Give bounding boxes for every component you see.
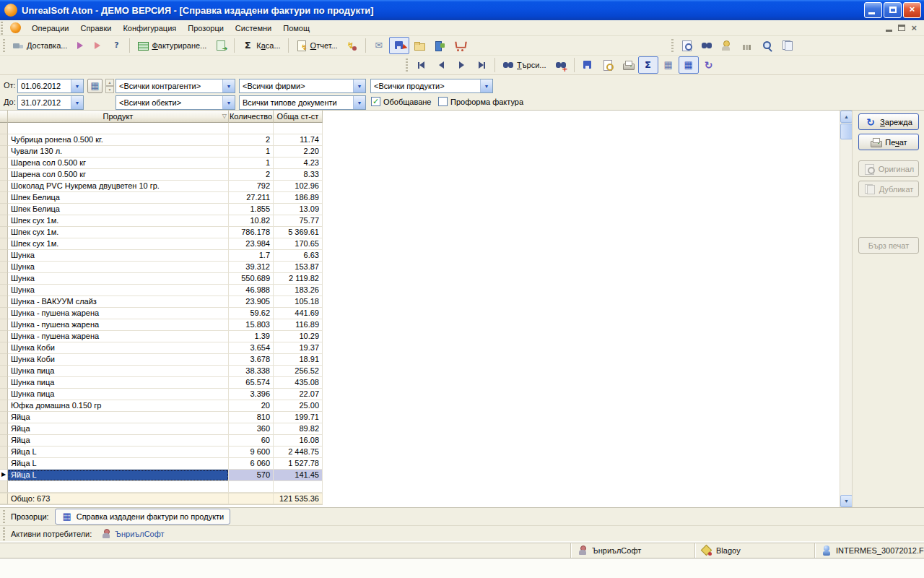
table-row[interactable]: Яйца810199.71 xyxy=(0,412,323,423)
table-row[interactable]: Шунка - пушена жарена15.803116.89 xyxy=(0,319,323,331)
table-row[interactable]: Шунка550.6892 119.82 xyxy=(0,273,323,285)
vertical-scrollbar[interactable]: ▲ ▼ xyxy=(840,111,852,507)
table-row[interactable]: Шпек Белица1.85513.09 xyxy=(0,204,323,215)
first-record-button[interactable] xyxy=(411,56,431,74)
summary-toggle-button[interactable]: Σ xyxy=(638,56,658,74)
toolbar-grip[interactable] xyxy=(3,527,5,540)
scrollbar-thumb[interactable] xyxy=(840,124,853,139)
window-tab-report[interactable]: ▦ Справка издадени фактури по продукти xyxy=(55,509,231,525)
find-client-button[interactable] xyxy=(717,37,737,54)
table-row[interactable]: Яйца L9 6002 448.75 xyxy=(0,447,323,458)
preview-document-button[interactable] xyxy=(676,37,697,54)
doc-types-combo[interactable]: Всички типове документи ▼ xyxy=(239,95,366,110)
companies-combo[interactable]: <Всички фирми> ▼ xyxy=(239,79,366,93)
scroll-down-button[interactable]: ▼ xyxy=(840,495,853,507)
next-record-button[interactable] xyxy=(451,56,471,74)
cart-button[interactable] xyxy=(450,37,470,54)
menu-help[interactable]: Помощ xyxy=(277,22,315,35)
toolbar-grip[interactable] xyxy=(671,39,674,52)
menu-configuration[interactable]: Конфигурация xyxy=(117,22,182,35)
table-row[interactable]: Шпек сух 1м.10.8275.77 xyxy=(0,215,323,227)
column-header-total[interactable]: Обща ст-ст xyxy=(274,111,323,123)
table-row[interactable]: Шунка - ВАКУУМ слайз23.905105.18 xyxy=(0,296,323,308)
chevron-down-icon[interactable]: ▼ xyxy=(222,79,235,92)
save-session-button[interactable] xyxy=(389,37,409,54)
refresh-button[interactable]: ↻ xyxy=(699,56,719,74)
scroll-up-button[interactable]: ▲ xyxy=(840,111,853,123)
contractors-combo[interactable]: <Всички контрагенти> ▼ xyxy=(116,79,235,93)
table-row[interactable]: Шунка - пушена жарена59.62441.69 xyxy=(0,308,323,319)
from-date-combo[interactable]: 01.06.2012 ▼ xyxy=(17,79,84,93)
delivery-button[interactable]: Доставка... xyxy=(8,37,71,54)
mdi-restore-button[interactable] xyxy=(898,25,905,31)
zoom-view-button[interactable] xyxy=(757,37,777,54)
menu-windows[interactable]: Прозорци xyxy=(182,22,230,35)
toolbar-grip[interactable] xyxy=(1,22,3,35)
mdi-close-button[interactable]: × xyxy=(911,25,917,32)
cash-button[interactable]: Σ Каса... xyxy=(237,37,284,54)
quick-print-button[interactable]: Бърз печат xyxy=(858,237,919,254)
toolbar-grip[interactable] xyxy=(3,39,5,52)
minimize-button[interactable] xyxy=(864,2,882,18)
report-button[interactable]: Отчет... xyxy=(292,37,342,54)
table-row[interactable]: ▶Яйца L570141.45 xyxy=(0,470,323,481)
toolbar-grip[interactable] xyxy=(406,59,408,72)
table-row[interactable]: Яйца36089.82 xyxy=(0,423,323,435)
duplicate-button[interactable]: Дубликат xyxy=(858,181,919,197)
search-button[interactable]: Търси... xyxy=(498,56,551,74)
find-invoices-button[interactable] xyxy=(697,37,717,54)
table-row[interactable]: Чубрица ронена 0.500 кг.211.74 xyxy=(0,134,323,146)
chevron-down-icon[interactable]: ▼ xyxy=(353,79,365,92)
table-row[interactable]: Юфка домашна 0.150 гр2025.00 xyxy=(0,400,323,412)
original-button[interactable]: Оригинал xyxy=(858,160,919,177)
menu-operations[interactable]: Операции xyxy=(26,22,74,35)
table-row[interactable]: Шоколад PVC Нукрема двуцветен 10 гр.7921… xyxy=(0,181,323,192)
transfer-in-button[interactable] xyxy=(89,37,106,54)
document-inquiry-button[interactable]: ? xyxy=(106,37,126,54)
table-row[interactable]: Шпек сух 1м.786.1785 369.61 xyxy=(0,227,323,238)
search-add-button[interactable]: + xyxy=(551,56,571,74)
card-button[interactable]: ✉ xyxy=(369,37,389,54)
table-row[interactable] xyxy=(0,123,323,134)
save-button[interactable] xyxy=(578,56,598,74)
menu-reports[interactable]: Справки xyxy=(74,22,117,35)
chevron-down-icon[interactable]: ▼ xyxy=(222,96,235,109)
invoicing-button[interactable]: Фактуриране... xyxy=(133,37,211,54)
print-preview-button[interactable] xyxy=(598,56,618,74)
table-row[interactable]: Яйца L6 0601 527.78 xyxy=(0,458,323,470)
chevron-down-icon[interactable]: ▼ xyxy=(71,79,83,92)
column-header-quantity[interactable]: Количество xyxy=(229,111,274,123)
menu-system[interactable]: Системни xyxy=(230,22,277,35)
table-row[interactable]: Шунка1.76.63 xyxy=(0,250,323,262)
print-button-panel[interactable]: Печат xyxy=(858,134,919,150)
calendar-button[interactable]: ▦ xyxy=(87,79,103,93)
exit-button[interactable] xyxy=(430,37,450,54)
close-button[interactable]: × xyxy=(903,2,921,18)
table-row[interactable]: Шунка46.988183.26 xyxy=(0,285,323,296)
table-row[interactable]: Шпек Белица27.211186.89 xyxy=(0,192,323,204)
copy-view-button[interactable] xyxy=(777,37,798,54)
transfer-out-button[interactable] xyxy=(71,37,89,54)
table-view-button[interactable]: ▦ xyxy=(679,56,699,74)
products-combo[interactable]: <Всички продукти> ▼ xyxy=(370,79,493,93)
to-date-combo[interactable]: 31.07.2012 ▼ xyxy=(17,95,84,110)
open-folder-button[interactable] xyxy=(409,37,430,54)
table-row[interactable]: Шунка пица38.338256.52 xyxy=(0,366,323,377)
filter-icon[interactable]: ▽ xyxy=(222,113,227,119)
objects-combo[interactable]: <Всички обекти> ▼ xyxy=(116,95,235,110)
chevron-down-icon[interactable]: ▼ xyxy=(71,96,83,109)
statistics-button[interactable] xyxy=(737,37,757,54)
column-header-product[interactable]: Продукт ▽ xyxy=(8,111,229,123)
user-actions-button[interactable] xyxy=(342,37,362,54)
table-row[interactable]: Яйца6016.08 xyxy=(0,435,323,447)
table-row[interactable]: Шпек сух 1м.23.984170.65 xyxy=(0,238,323,250)
toolbar-grip[interactable] xyxy=(3,510,5,523)
restore-button[interactable] xyxy=(884,2,902,18)
table-row[interactable]: Шунка - пушена жарена1.3910.29 xyxy=(0,331,323,342)
table-row[interactable]: Шунка пица65.574435.08 xyxy=(0,377,323,389)
table-row[interactable] xyxy=(0,481,323,493)
table-row[interactable]: Шарена сол 0.500 кг14.23 xyxy=(0,158,323,169)
table-row[interactable]: Шунка39.312153.87 xyxy=(0,262,323,273)
prev-record-button[interactable] xyxy=(431,56,451,74)
table-row[interactable]: Чували 130 л.12.20 xyxy=(0,146,323,158)
